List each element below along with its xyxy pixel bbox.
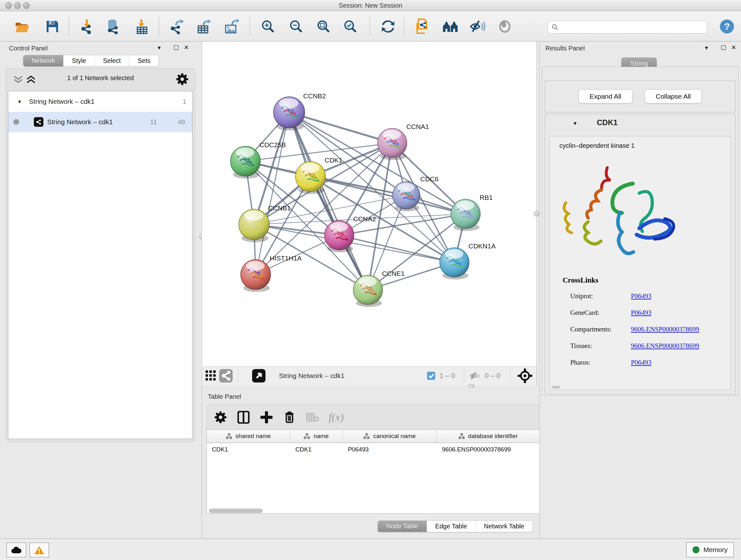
cell-database-identifier[interactable]: 9606.ENSP00000378699 [437,446,540,453]
import-network-file-icon[interactable] [78,18,95,35]
network-status-dot [13,119,19,125]
cell-shared-name[interactable]: CDK1 [207,446,290,453]
open-session-icon[interactable] [14,18,30,35]
table-tabs: Node TableEdge TableNetwork Table [378,520,533,532]
tab-edge-table[interactable]: Edge Table [427,521,476,532]
column-header-canonical-name[interactable]: canonical name [343,430,437,442]
crosslink-row: GeneCard:P06493 [570,309,599,317]
results-panel-maximize-icon[interactable]: ▢ [721,44,726,51]
column-header-name[interactable]: name [290,430,342,442]
column-header-database-identifier[interactable]: database identifier [437,430,540,442]
tab-network[interactable]: Network [23,55,64,66]
import-table-icon[interactable] [133,18,150,35]
control-panel-tabs: NetworkStyleSelectSets [23,55,159,67]
toolbar-separator [250,16,250,36]
tab-network-table[interactable]: Network Table [476,521,533,532]
cloud-status-button[interactable] [6,543,26,557]
grid-view-icon[interactable] [204,367,218,385]
hidden-eye-slash-icon [469,371,482,381]
results-panel-close-icon[interactable]: ✕ [731,44,736,51]
toolbar-separator [404,16,405,36]
control-panel-maximize-icon[interactable]: ▢ [173,44,179,51]
column-header-shared-name[interactable]: shared name [207,430,290,442]
zoom-selected-icon[interactable] [342,18,359,35]
network-overview-icon[interactable] [219,367,233,385]
crosslink-link[interactable]: P06493 [631,359,651,367]
crosslink-link[interactable]: 9606.ENSP00000378699 [631,342,699,350]
section-expander-icon[interactable]: ▼ [572,121,578,126]
network-options-gear-icon[interactable] [176,72,189,86]
help-icon[interactable]: ? [719,18,735,35]
refresh-view-icon[interactable] [380,18,396,35]
export-network-icon[interactable] [169,18,185,35]
edge-CCNB2-CCNA1[interactable] [289,112,392,143]
tab-node-table[interactable]: Node Table [378,521,427,532]
crosslink-link[interactable]: P06493 [631,292,651,300]
control-panel-close-icon[interactable]: ✕ [184,44,189,51]
crosslink-link[interactable]: P06493 [631,309,651,317]
right-splitter-grip[interactable] [534,211,539,216]
search-input[interactable] [559,23,700,31]
node-CCNA1[interactable]: CCNA1 [378,123,429,160]
status-bar: Memory [0,539,741,560]
table-options-gear-icon[interactable] [211,408,230,427]
delete-table-icon[interactable] [303,408,322,427]
zoom-fit-icon[interactable] [315,18,332,35]
string-results-container: Expand All Collapse All ▼ CDK1 cyclin–de… [542,67,738,395]
tab-style[interactable]: Style [64,55,94,66]
search-icon [551,23,559,31]
zoom-out-icon[interactable] [288,18,305,35]
network-manager: 1 of 1 Network selected ▼ String Network… [6,68,195,442]
node-CDK1[interactable]: CDK1 [295,157,342,194]
tab-sets[interactable]: Sets [129,55,158,66]
hide-selected-eye-icon[interactable] [469,18,486,35]
import-network-database-icon[interactable] [105,18,121,35]
network-collection-row[interactable]: ▼ String Network – cdk1 1 [8,91,192,112]
node-RB1[interactable]: RB1 [451,194,493,231]
warnings-button[interactable] [29,543,49,557]
results-panel-float-icon[interactable]: ▾ [705,45,708,51]
node-CDKN1A[interactable]: CDKN1A [440,242,495,279]
control-panel-float-icon[interactable]: ▾ [158,45,161,51]
results-panel: Results Panel ▾ ▢ ✕ String Expand All Co… [539,42,741,538]
node-HIST1H1A[interactable]: HIST1H1A [241,254,301,292]
cell-name[interactable]: CDK1 [290,446,342,453]
edge-CCNA2-CDKN1A[interactable] [339,235,455,262]
first-neighbors-icon[interactable] [442,18,459,35]
export-table-icon[interactable] [195,18,212,35]
cell-canonical-name[interactable]: P06493 [343,446,437,453]
collection-expander-icon[interactable]: ▼ [17,99,22,105]
svg-text:?: ? [724,21,730,32]
memory-button[interactable]: Memory [686,542,734,557]
node-section-header[interactable]: ▼ CDK1 [545,114,735,135]
export-image-icon[interactable] [223,18,240,35]
table-hscrollbar[interactable] [209,509,263,513]
birdseye-toggle-icon[interactable] [252,367,266,385]
column-attribute-icon [226,433,232,439]
clone-network-icon[interactable] [414,18,431,35]
cytoscape-window: Session: New Session [0,0,741,560]
save-session-icon[interactable] [44,18,61,35]
fit-content-crosshair-icon[interactable] [517,367,533,385]
expand-all-button[interactable]: Expand All [579,89,632,104]
selected-checkbox-icon[interactable] [427,371,435,380]
create-column-plus-icon[interactable] [257,408,276,427]
control-panel-title: Control Panel [9,45,48,52]
function-builder-icon[interactable]: f(x) [326,408,346,427]
node-CCNB2[interactable]: CCNB2 [273,92,326,131]
show-all-eye-icon[interactable] [496,18,513,35]
results-buttons-row: Expand All Collapse All [545,80,736,112]
network-view-canvas[interactable]: CCNB2CCNA1CDC25BCDK1CDC6RB1CCNB1CCNA2CDK… [202,42,537,366]
edge-CCNB2-CCNE1[interactable] [289,112,368,290]
network-row-selected[interactable]: String Network – cdk1 11 48 [8,112,192,132]
details-hscrollbar[interactable] [552,386,560,388]
collapse-all-button[interactable]: Collapse All [645,89,702,104]
zoom-in-icon[interactable] [260,18,276,35]
search-box[interactable] [548,21,707,34]
show-columns-icon[interactable] [234,408,253,427]
crosslink-link[interactable]: 9606.ENSP00000378699 [631,325,699,333]
window-title: Session: New Session [0,2,741,9]
edge-CCNB2-HIST1H1A[interactable] [256,112,289,274]
tab-select[interactable]: Select [95,55,130,66]
delete-column-trash-icon[interactable] [280,408,299,427]
